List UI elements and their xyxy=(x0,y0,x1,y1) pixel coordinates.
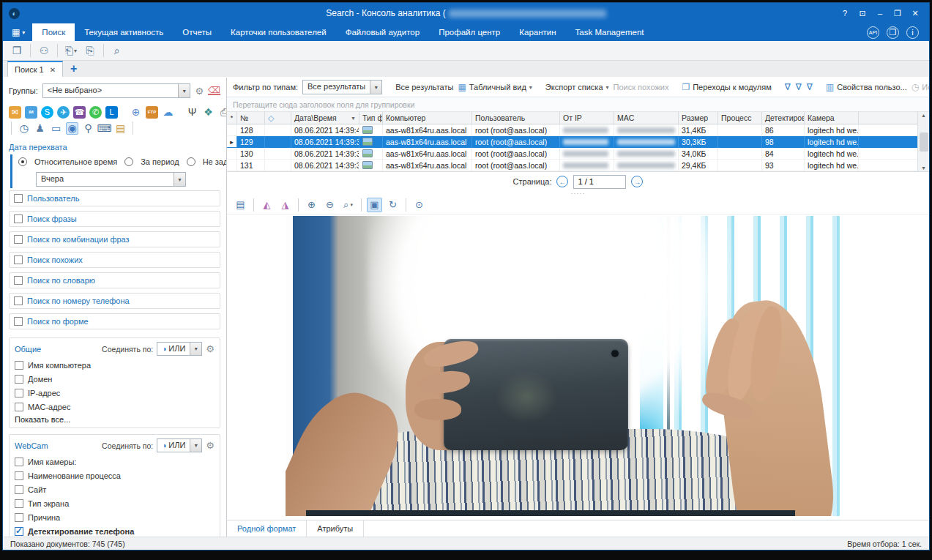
keyboard-icon[interactable]: ⌨ xyxy=(98,122,111,135)
minimize-button[interactable]: – xyxy=(872,7,888,20)
gear-icon[interactable]: ⚙ xyxy=(206,343,215,354)
zoom-out-icon[interactable]: ⊖ xyxy=(322,198,338,212)
col-computer[interactable]: Компьютер xyxy=(383,112,472,124)
eraser-icon[interactable]: ⌫ xyxy=(208,86,220,95)
info-icon[interactable]: i xyxy=(906,26,919,39)
api-icon[interactable]: API xyxy=(867,26,879,39)
printer-icon[interactable]: ⎙ xyxy=(218,106,227,119)
package-icon[interactable]: ❒ xyxy=(887,26,899,39)
ftp-icon[interactable]: FTP xyxy=(146,106,158,119)
checkbox[interactable] xyxy=(15,513,23,522)
scroll-thumb[interactable] xyxy=(920,132,928,152)
gear-icon[interactable]: ⚙ xyxy=(195,86,204,97)
import-tab-icon[interactable]: ⎘ xyxy=(82,43,98,59)
tab-attributes[interactable]: Атрибуты xyxy=(307,520,364,537)
common-item-domain[interactable]: Домен xyxy=(15,372,215,386)
scroll-down-icon[interactable]: ▼ xyxy=(921,165,926,171)
search-row-similar[interactable]: Поиск похожих xyxy=(9,252,220,268)
table-row[interactable]: 131 08.06.2021 14:39:33 aas-w81x64ru.aas… xyxy=(227,160,929,171)
add-tab-button[interactable]: + xyxy=(63,61,84,77)
webcam-item-camera-name[interactable]: Имя камеры: xyxy=(15,455,215,468)
table-view-button[interactable]: ▦Табличный вид▾ xyxy=(458,82,532,92)
webcam-icon[interactable]: ◉ xyxy=(66,122,78,135)
im-icon[interactable]: IM xyxy=(25,106,37,119)
show-all-link[interactable]: Показать все... xyxy=(15,415,215,424)
menu-item-task-management[interactable]: Task Management xyxy=(566,23,654,41)
clock-icon[interactable]: ◷ xyxy=(18,122,30,135)
col-user[interactable]: Пользователь xyxy=(472,112,560,124)
col-size[interactable]: Размер xyxy=(679,112,718,124)
common-item-ip[interactable]: IP-адрес xyxy=(15,386,215,400)
webcam-item-process-name[interactable]: Наименование процесса xyxy=(15,468,215,482)
folder-icon[interactable]: ▤ xyxy=(114,122,127,135)
search-row-user[interactable]: Пользователь xyxy=(9,190,220,206)
checkbox[interactable] xyxy=(15,485,23,494)
checkbox[interactable] xyxy=(14,296,23,305)
checkbox[interactable] xyxy=(15,361,23,370)
next-page-button[interactable]: → xyxy=(631,176,643,187)
zoom-in-icon[interactable]: ⊕ xyxy=(304,198,319,212)
menu-item-current-activity[interactable]: Текущая активность xyxy=(75,23,173,41)
search-row-dictionary[interactable]: Поиск по словарю xyxy=(9,272,220,288)
table-row[interactable]: 128 08.06.2021 14:39:41 aas-w81x64ru.aas… xyxy=(227,124,929,136)
export-list-button[interactable]: Экспорт списка▾ xyxy=(545,83,609,92)
search-row-phrase[interactable]: Поиск фразы xyxy=(9,211,220,227)
checkbox[interactable] xyxy=(14,214,23,223)
eye-icon[interactable]: ⊙ xyxy=(411,198,427,212)
table-row[interactable]: 130 08.06.2021 14:39:36 aas-w81x64ru.aas… xyxy=(227,148,929,160)
lync-icon[interactable]: L xyxy=(105,106,118,119)
menu-item-file-auditor[interactable]: Файловый аудитор xyxy=(336,23,430,41)
radio-period[interactable] xyxy=(124,157,133,166)
col-tag[interactable]: ◇ xyxy=(265,112,291,124)
fit-to-window-icon[interactable]: ▣ xyxy=(367,198,382,212)
table-scrollbar[interactable]: ▲ ▼ xyxy=(917,112,929,171)
checkbox[interactable] xyxy=(14,276,23,285)
search-row-form[interactable]: Поиск по форме xyxy=(9,313,220,329)
all-results-button[interactable]: Все результаты xyxy=(395,83,453,92)
http-icon[interactable]: ⊕ xyxy=(130,106,142,119)
filter-funnel-edit-icon[interactable]: ∇ xyxy=(807,82,813,92)
menu-item-search[interactable]: Поиск xyxy=(32,23,75,41)
filter-funnel-clear-icon[interactable]: ∇ xyxy=(796,82,802,92)
col-num[interactable]: № xyxy=(237,112,265,124)
checkbox[interactable] xyxy=(15,389,23,397)
checkbox[interactable] xyxy=(15,499,23,508)
group-by-bar[interactable]: Перетащите сюда заголовок поля для групп… xyxy=(227,97,929,112)
filter-funnel-icon[interactable]: ∇ xyxy=(785,82,791,92)
help-button[interactable]: ? xyxy=(837,7,853,20)
whatsapp-icon[interactable]: ✆ xyxy=(89,106,102,119)
webcam-item-reason[interactable]: Причина xyxy=(15,510,215,524)
id-search-icon[interactable]: ⌕ xyxy=(109,43,125,59)
checkbox[interactable] xyxy=(15,458,23,466)
go-to-modules-button[interactable]: ❐Переходы к модулям xyxy=(682,82,771,92)
webcam-item-phone-detection[interactable]: Детектирование телефона xyxy=(15,524,215,537)
gear-icon[interactable]: ⚙ xyxy=(206,440,215,451)
save-image-icon[interactable]: ▤ xyxy=(233,198,248,212)
table-row-selected[interactable]: ▸ 129 08.06.2021 14:39:38 aas-w81x64ru.a… xyxy=(227,136,929,148)
close-button[interactable]: ✕ xyxy=(907,7,923,20)
col-from-ip[interactable]: От IP xyxy=(560,112,614,124)
checkbox[interactable] xyxy=(15,471,23,480)
menu-item-reports[interactable]: Отчеты xyxy=(173,23,221,41)
social-network-icon[interactable]: ❖ xyxy=(202,106,215,119)
viber-icon[interactable]: ☎ xyxy=(73,106,86,119)
search-row-phone-number[interactable]: Поиск по номеру телефона xyxy=(9,293,220,309)
webcam-item-screen-type[interactable]: Тип экрана xyxy=(15,496,215,510)
col-datetime[interactable]: Дата\Время▼ xyxy=(291,112,359,124)
tab-close-icon[interactable]: ✕ xyxy=(50,66,56,74)
checkbox[interactable] xyxy=(15,375,23,384)
radio-not-set[interactable] xyxy=(187,157,195,166)
flip-left-icon[interactable]: ◭ xyxy=(259,198,275,212)
checkbox[interactable] xyxy=(14,235,23,244)
app-menu-button[interactable]: ▦ ▾ xyxy=(3,23,32,41)
filter-type-select[interactable]: Все результаты ▾ xyxy=(302,80,382,94)
windows-layout-icon[interactable]: ❐ xyxy=(9,43,25,59)
groups-select[interactable]: <Не выбрано> ▾ xyxy=(42,83,191,98)
common-item-mac[interactable]: MAC-адрес xyxy=(15,400,215,414)
mail-icon[interactable]: ✉ xyxy=(9,106,21,119)
usb-icon[interactable]: Ψ xyxy=(186,106,198,119)
cloud-icon[interactable]: ☁ xyxy=(162,106,174,119)
skype-icon[interactable]: S xyxy=(41,106,53,119)
col-marker[interactable]: * xyxy=(227,112,237,124)
webcam-snapshot[interactable] xyxy=(286,216,871,516)
